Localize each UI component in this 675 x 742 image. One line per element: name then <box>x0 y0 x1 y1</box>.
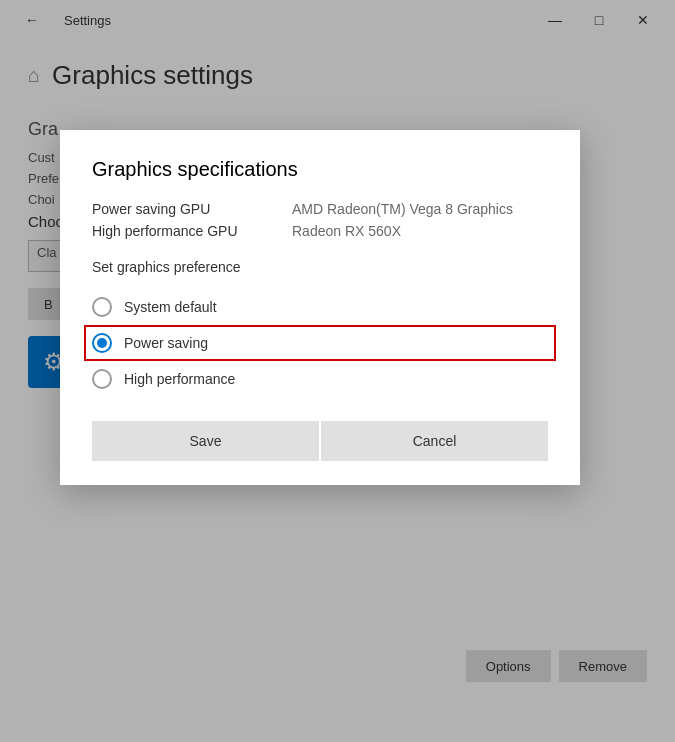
spec-table: Power saving GPU AMD Radeon(TM) Vega 8 G… <box>92 201 548 239</box>
radio-label-high-performance: High performance <box>124 371 235 387</box>
radio-option-power-saving[interactable]: Power saving <box>84 325 556 361</box>
dialog-title: Graphics specifications <box>92 158 548 181</box>
radio-label-system-default: System default <box>124 299 217 315</box>
radio-option-system-default[interactable]: System default <box>92 289 548 325</box>
radio-circle-power-saving <box>92 333 112 353</box>
dialog-buttons: Save Cancel <box>92 421 548 461</box>
radio-label-power-saving: Power saving <box>124 335 208 351</box>
spec-value-power-saving: AMD Radeon(TM) Vega 8 Graphics <box>292 201 548 217</box>
spec-row-power-saving: Power saving GPU AMD Radeon(TM) Vega 8 G… <box>92 201 548 217</box>
radio-option-high-performance[interactable]: High performance <box>92 361 548 397</box>
spec-label-high-perf: High performance GPU <box>92 223 292 239</box>
spec-value-high-perf: Radeon RX 560X <box>292 223 548 239</box>
radio-group: System default Power saving High perform… <box>92 289 548 397</box>
spec-label-power-saving: Power saving GPU <box>92 201 292 217</box>
cancel-button[interactable]: Cancel <box>321 421 548 461</box>
spec-row-high-perf: High performance GPU Radeon RX 560X <box>92 223 548 239</box>
radio-circle-system-default <box>92 297 112 317</box>
graphics-dialog: Graphics specifications Power saving GPU… <box>60 130 580 485</box>
radio-circle-high-performance <box>92 369 112 389</box>
radio-inner-power-saving <box>97 338 107 348</box>
save-button[interactable]: Save <box>92 421 319 461</box>
set-pref-label: Set graphics preference <box>92 259 548 275</box>
